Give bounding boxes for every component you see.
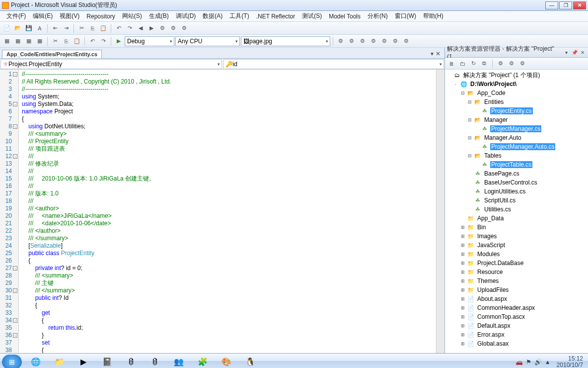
tree-node[interactable]: ⊞📁Project.DataBase [445, 259, 588, 268]
tree-node[interactable]: ⊟📂Manager.Auto [445, 133, 588, 142]
tb-icon[interactable]: ▦ [13, 36, 23, 46]
undo-icon[interactable]: ↶ [87, 36, 97, 46]
tree-node[interactable]: ⊟📂Manager [445, 115, 588, 124]
paste-icon[interactable]: 📋 [72, 36, 82, 46]
tree-node[interactable]: ☘ProjectEntity.cs [445, 106, 588, 115]
pin-icon[interactable]: 📌 [571, 49, 578, 56]
copy-icon[interactable]: ⎘ [61, 36, 71, 46]
view-code-icon[interactable]: ⚙ [496, 59, 505, 68]
tray-icon[interactable]: 🔊 [534, 359, 542, 366]
paste-icon[interactable]: 📋 [98, 23, 108, 33]
member-combo[interactable]: 🔑 id [223, 59, 444, 69]
copy-web-icon[interactable]: ⚙ [507, 59, 516, 68]
class-combo[interactable]: ⚛ Project.ProjectEntity [0, 59, 222, 69]
tool3-icon[interactable]: ⚙ [179, 23, 189, 33]
tree-node[interactable]: ☘ProjectTable.cs [445, 160, 588, 169]
tree-node[interactable]: ⊞📁UploadFiles [445, 285, 588, 294]
open-icon[interactable]: 📂 [13, 23, 23, 33]
taskbar-item[interactable]: 🐧 [239, 355, 261, 368]
tree-root[interactable]: 🗂解决方案 "Project" (1 个项目) [445, 71, 588, 80]
tb-icon[interactable]: ⚙ [347, 36, 357, 46]
tb-icon[interactable]: ▦ [24, 36, 34, 46]
tb-icon[interactable]: ▦ [2, 36, 12, 46]
taskbar-item[interactable]: 📓 [96, 355, 118, 368]
tree-node[interactable]: ☘ProjectManager.Auto.cs [445, 142, 588, 151]
taskbar-item[interactable]: 🌐 [25, 355, 47, 368]
taskbar-item[interactable]: ▶ [73, 355, 94, 368]
menu-item[interactable]: 工具(T) [226, 11, 252, 21]
tb-icon[interactable]: ⚙ [379, 36, 389, 46]
tb-icon[interactable]: ⚙ [401, 36, 411, 46]
nav-back-icon[interactable]: ◀ [136, 23, 146, 33]
tree-node[interactable]: ⊞📄CommonTop.ascx [445, 312, 588, 321]
menu-item[interactable]: 数据(A) [199, 11, 226, 21]
tree-node[interactable]: ☘Utilities.cs [445, 205, 588, 214]
minimize-button[interactable]: ― [545, 1, 558, 9]
tree-node[interactable]: ☘BasePage.cs [445, 169, 588, 178]
tree-node[interactable]: ⊞📁JavaScript [445, 241, 588, 250]
tb-icon[interactable]: ⚙ [336, 36, 346, 46]
tree-node[interactable]: ⊞📁Modules [445, 250, 588, 259]
outdent-icon[interactable]: ⇤ [50, 23, 60, 33]
tray-icon[interactable]: 🚗 [515, 359, 523, 366]
nav-fwd-icon[interactable]: ▶ [147, 23, 156, 33]
taskbar-item[interactable]: 📁 [49, 355, 71, 368]
tray-icon[interactable]: ▲ [545, 359, 551, 366]
startup-combo[interactable]: 🖼 page.jpg [241, 36, 330, 46]
menu-item[interactable]: Model Tools [325, 12, 364, 21]
menu-item[interactable]: 文件(F) [3, 11, 29, 21]
menu-item[interactable]: 调试(D) [172, 11, 200, 21]
taskbar-item[interactable]: 👥 [168, 355, 190, 368]
menu-item[interactable]: Repository [83, 12, 118, 21]
tree-node[interactable]: ⊞📄Default.aspx [445, 321, 588, 330]
vertical-scrollbar[interactable] [436, 70, 444, 353]
cut-icon[interactable]: ✂ [50, 36, 60, 46]
tb-icon[interactable]: ⚙ [390, 36, 400, 46]
tree-node[interactable]: ☘ProjectManager.cs [445, 124, 588, 133]
system-tray[interactable]: 🚗 ⚑ 🔊 ▲ 15:12 2010/10/7 [515, 356, 586, 368]
close-button[interactable]: ✕ [573, 1, 586, 9]
tb-icon[interactable]: ⚙ [358, 36, 368, 46]
restore-button[interactable]: ❐ [559, 1, 572, 9]
tool-icon[interactable]: ⚙ [157, 23, 167, 33]
refresh-icon[interactable]: ↻ [469, 59, 478, 68]
menu-item[interactable]: 测试(S) [298, 11, 325, 21]
tree-node[interactable]: ⊟📂App_Code [445, 89, 588, 97]
config-combo[interactable]: Debug [125, 36, 174, 46]
nest-icon[interactable]: ⧉ [480, 59, 489, 68]
taskbar-item[interactable]: 🧩 [192, 355, 214, 368]
tree-node[interactable]: ⊞📁Themes [445, 276, 588, 285]
tree-node[interactable]: ☘LoginUtilities.cs [445, 187, 588, 196]
tree-node[interactable]: ⊞📄Global.asax [445, 339, 588, 348]
indent-icon[interactable]: ⇥ [61, 23, 71, 33]
tab-close-icon[interactable]: ✕ [436, 50, 441, 57]
tree-node[interactable]: 📁App_Data [445, 214, 588, 223]
tree-node[interactable]: ⊞📄CommonHeader.aspx [445, 303, 588, 312]
font-icon[interactable]: A [35, 23, 45, 33]
tb-icon[interactable]: ⚙ [368, 36, 378, 46]
taskbar-item[interactable]: 🎨 [216, 355, 237, 368]
properties-icon[interactable]: 🗎 [447, 59, 456, 68]
tree-node[interactable]: ⊞📄About.aspx [445, 294, 588, 303]
pane-close-icon[interactable]: ✕ [580, 49, 586, 56]
tree-node[interactable]: ⊞📁Resource [445, 268, 588, 276]
redo-icon[interactable]: ↷ [125, 23, 135, 33]
start-debug-icon[interactable]: ▶ [114, 36, 124, 46]
redo-icon[interactable]: ↷ [98, 36, 108, 46]
menu-item[interactable]: 编辑(E) [29, 11, 56, 21]
asp-config-icon[interactable]: ⚙ [518, 59, 527, 68]
tree-node[interactable]: ☘ScriptUtil.cs [445, 196, 588, 205]
show-all-icon[interactable]: 🗀 [458, 59, 467, 68]
clock[interactable]: 15:12 2010/10/7 [554, 356, 586, 368]
tree-node[interactable]: ⊟📂Entities [445, 97, 588, 106]
menu-item[interactable]: 窗口(W) [391, 11, 420, 21]
solution-tree[interactable]: 🗂解决方案 "Project" (1 个项目) -🌐D:\Work\Projec… [445, 70, 588, 353]
tree-project[interactable]: -🌐D:\Work\Project\ [445, 80, 588, 89]
save-icon[interactable]: 💾 [24, 23, 34, 33]
taskbar-item[interactable]: 🛢 [120, 355, 142, 368]
tree-node[interactable]: ⊞📁Bin [445, 223, 588, 232]
pane-dropdown-icon[interactable]: ▾ [563, 49, 570, 56]
tb-icon[interactable]: ▦ [35, 36, 45, 46]
new-file-icon[interactable]: 📄 [2, 23, 12, 33]
tree-node[interactable]: ☘BaseUserControl.cs [445, 178, 588, 187]
